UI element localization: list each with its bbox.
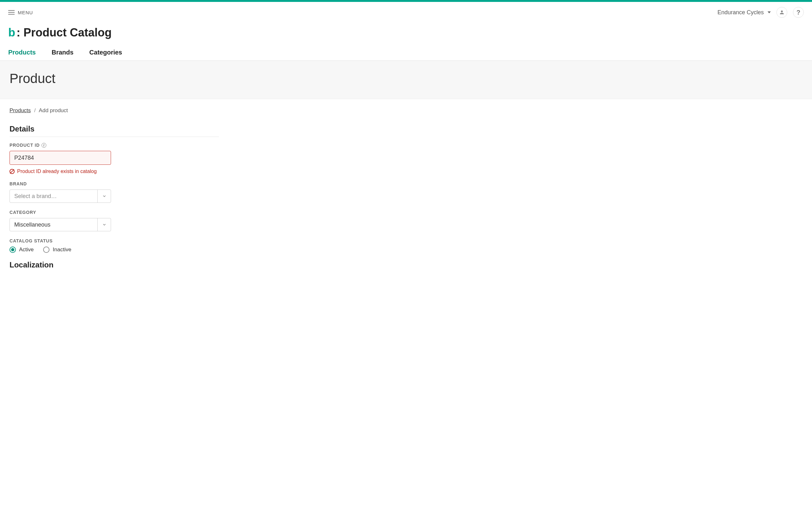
help-button[interactable]: ?: [793, 7, 804, 18]
hamburger-icon[interactable]: [8, 10, 14, 14]
radio-dot: [11, 248, 14, 251]
category-group: CATEGORY Miscellaneous: [9, 210, 803, 231]
page-title: Product Catalog: [23, 26, 112, 39]
radio-inactive[interactable]: Inactive: [43, 246, 71, 253]
section-divider: [9, 136, 219, 137]
page-subheader: Product: [0, 61, 812, 99]
radio-active-label: Active: [19, 246, 34, 253]
tab-brands[interactable]: Brands: [52, 49, 73, 56]
category-select-value: Miscellaneous: [10, 218, 97, 231]
product-id-error: Product ID already exists in catalog: [9, 169, 803, 174]
chevron-down-icon: [102, 194, 107, 199]
info-icon[interactable]: i: [42, 143, 46, 148]
breadcrumb-current: Add product: [39, 107, 68, 113]
category-select[interactable]: Miscellaneous: [9, 218, 111, 231]
details-section-title: Details: [9, 124, 803, 133]
title-row: b : Product Catalog: [0, 21, 812, 43]
chevron-down-icon: [768, 11, 771, 13]
user-button[interactable]: [776, 7, 787, 18]
question-icon: ?: [797, 9, 800, 16]
tab-categories[interactable]: Categories: [90, 49, 122, 56]
breadcrumb-products-link[interactable]: Products: [9, 107, 31, 113]
brand-select-value: Select a brand…: [10, 190, 97, 203]
product-id-label-text: PRODUCT ID: [9, 143, 40, 148]
radio-circle-inactive: [43, 246, 49, 253]
breadcrumb: Products / Add product: [9, 107, 803, 114]
category-select-caret: [97, 218, 111, 231]
page-subtitle: Product: [9, 71, 803, 86]
radio-circle-active: [9, 246, 16, 253]
catalog-status-radios: Active Inactive: [9, 246, 803, 253]
radio-inactive-label: Inactive: [53, 246, 71, 253]
tab-products[interactable]: Products: [8, 49, 36, 56]
product-id-group: PRODUCT ID i Product ID already exists i…: [9, 143, 803, 174]
product-id-error-text: Product ID already exists in catalog: [17, 169, 97, 174]
logo-letter: b: [8, 26, 15, 39]
error-icon: [9, 169, 14, 174]
product-id-label: PRODUCT ID i: [9, 143, 803, 148]
logo-colon: :: [16, 26, 20, 39]
catalog-status-label: CATALOG STATUS: [9, 238, 803, 243]
radio-active[interactable]: Active: [9, 246, 34, 253]
product-id-input[interactable]: [9, 151, 111, 165]
header: MENU Endurance Cycles ?: [0, 2, 812, 21]
org-dropdown[interactable]: Endurance Cycles: [717, 9, 771, 16]
breadcrumb-separator: /: [34, 107, 36, 113]
catalog-status-group: CATALOG STATUS Active Inactive: [9, 238, 803, 253]
content: Products / Add product Details PRODUCT I…: [0, 99, 812, 278]
chevron-down-icon: [102, 222, 107, 227]
category-label: CATEGORY: [9, 210, 803, 215]
brand-group: BRAND Select a brand…: [9, 181, 803, 203]
brand-label: BRAND: [9, 181, 803, 186]
brand-select-caret: [97, 190, 111, 203]
brand-select[interactable]: Select a brand…: [9, 189, 111, 203]
org-name: Endurance Cycles: [717, 9, 764, 16]
header-left: MENU: [8, 10, 33, 15]
user-icon: [779, 9, 785, 15]
localization-section-title: Localization: [9, 261, 803, 269]
header-right: Endurance Cycles ?: [717, 7, 804, 18]
tabs: Products Brands Categories: [0, 43, 812, 61]
menu-label[interactable]: MENU: [18, 10, 33, 15]
